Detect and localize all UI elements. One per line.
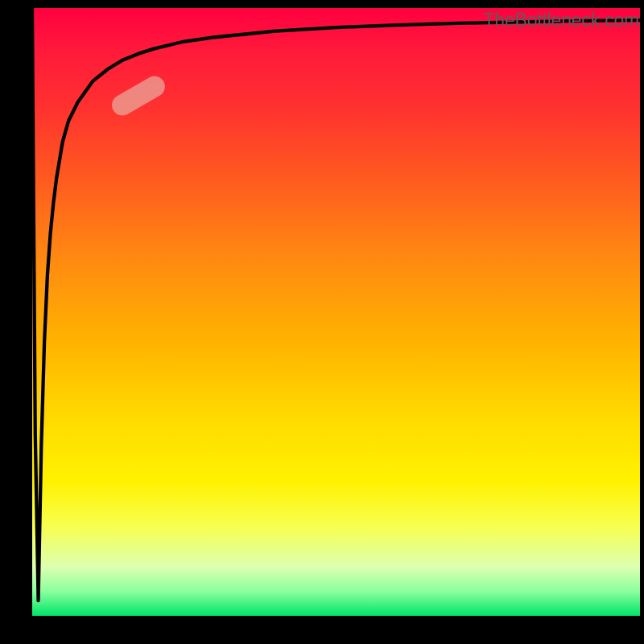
chart-frame: TheBottleneck.com xyxy=(0,0,644,644)
plot-area xyxy=(32,8,640,616)
attribution-text: TheBottleneck.com xyxy=(484,10,639,31)
